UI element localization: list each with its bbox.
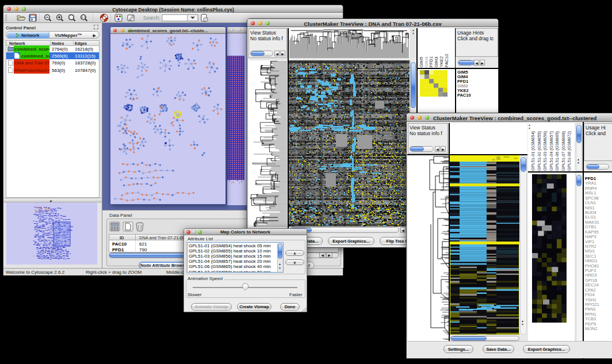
- svg-text:1:1: 1:1: [82, 16, 86, 19]
- svg-text:Search:: Search:: [143, 15, 160, 21]
